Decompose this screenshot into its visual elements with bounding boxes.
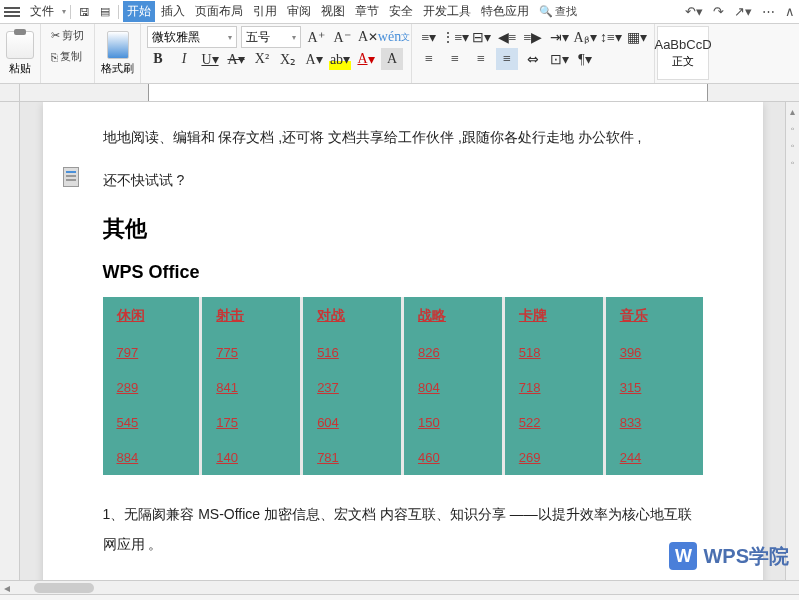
separator [118,5,119,19]
numbering-button[interactable]: ⋮≡▾ [444,26,466,48]
workspace: 地地阅读、编辑和 保存文档 ,还可将 文档共享给工作伙伴 ,跟随你各处行走地 办… [0,102,799,580]
table-row[interactable]: 797775516826518396 [103,335,703,370]
paragraph[interactable]: 还不快试试 ? [103,165,703,196]
more-icon[interactable]: ⋯ [762,4,775,19]
copy-button[interactable]: ⎘ 复制 [47,47,88,66]
tab-insert[interactable]: 插入 [157,1,189,22]
table-header-cell[interactable]: 战略 [402,297,503,335]
tab-page-layout[interactable]: 页面布局 [191,1,247,22]
font-name-select[interactable]: 微软雅黑▾ [147,26,237,48]
redo-icon[interactable]: ↷ [713,4,724,19]
align-justify-button[interactable]: ≡ [496,48,518,70]
table-header-cell[interactable]: 音乐 [604,297,702,335]
para-shading-button[interactable]: ⊡▾ [548,48,570,70]
tab-security[interactable]: 安全 [385,1,417,22]
ribbon: 粘贴 ✂ 剪切 ⎘ 复制 格式刷 微软雅黑▾ 五号▾ A⁺ A⁻ A✕ wén文… [0,24,799,84]
scrollbar-thumb[interactable] [34,583,94,593]
table-header-cell[interactable]: 对战 [302,297,403,335]
paragraph[interactable]: 1、无隔阂兼容 MS-Office 加密信息、宏文档 内容互联、知识分享 ——以… [103,499,703,561]
page-gutter-icon[interactable] [63,167,79,187]
file-dropdown-arrow[interactable]: ▾ [62,7,66,16]
heading-2[interactable]: WPS Office [103,262,703,283]
separator [70,5,71,19]
quick-print-icon[interactable]: ▤ [96,3,114,20]
align-left-button[interactable]: ≡ [418,48,440,70]
tab-start[interactable]: 开始 [123,1,155,22]
menubar-right: ↶▾ ↷ ↗▾ ⋯ ∧ [685,4,795,19]
increase-font-icon[interactable]: A⁺ [305,26,327,48]
underline-button[interactable]: U▾ [199,48,221,70]
tab-chapter[interactable]: 章节 [351,1,383,22]
clipboard-group: ✂ 剪切 ⎘ 复制 [41,24,95,83]
share-icon[interactable]: ↗▾ [734,4,752,19]
table-header-cell[interactable]: 卡牌 [503,297,604,335]
table-header-cell[interactable]: 休闲 [103,297,201,335]
horizontal-ruler[interactable] [0,84,799,102]
tab-view[interactable]: 视图 [317,1,349,22]
distributed-button[interactable]: ⇔ [522,48,544,70]
font-size-select[interactable]: 五号▾ [241,26,301,48]
line-spacing-button[interactable]: ↕≡▾ [600,26,622,48]
menu-file[interactable]: 文件 [26,1,58,22]
data-table[interactable]: 休闲 射击 对战 战略 卡牌 音乐 797775516826518396 289… [103,297,703,475]
format-painter-label: 格式刷 [101,61,134,76]
text-direction-button[interactable]: Aᵦ▾ [574,26,596,48]
subscript-button[interactable]: X₂ [277,48,299,70]
cut-button[interactable]: ✂ 剪切 [47,26,88,45]
cut-label: 剪切 [62,28,84,43]
clear-format-icon[interactable]: A✕ [357,26,379,48]
phonetic-guide-icon[interactable]: wén文 [383,26,405,48]
multilevel-button[interactable]: ⊟▾ [470,26,492,48]
borders-button[interactable]: ▦▾ [626,26,648,48]
paste-button[interactable]: 粘贴 [0,24,41,83]
rail-tool-icon[interactable]: ◦ [791,157,795,168]
superscript-button[interactable]: X² [251,48,273,70]
strikethrough-button[interactable]: A▾ [225,48,247,70]
italic-button[interactable]: I [173,48,195,70]
style-normal[interactable]: AaBbCcD 正文 [657,26,709,80]
tab-special[interactable]: 特色应用 [477,1,533,22]
tab-settings-button[interactable]: ⇥▾ [548,26,570,48]
align-center-button[interactable]: ≡ [444,48,466,70]
collapse-ribbon-icon[interactable]: ∧ [785,4,795,19]
rail-tool-icon[interactable]: ◦ [791,123,795,134]
page: 地地阅读、编辑和 保存文档 ,还可将 文档共享给工作伙伴 ,跟随你各处行走地 办… [43,102,763,580]
document-area[interactable]: 地地阅读、编辑和 保存文档 ,还可将 文档共享给工作伙伴 ,跟随你各处行走地 办… [20,102,785,580]
bullets-button[interactable]: ≡▾ [418,26,440,48]
table-row[interactable]: 289841237804718315 [103,370,703,405]
table-header-cell[interactable]: 射击 [201,297,302,335]
tab-references[interactable]: 引用 [249,1,281,22]
shading-button[interactable]: A [381,48,403,70]
highlight-button[interactable]: ab▾ [329,48,351,70]
horizontal-scrollbar[interactable]: ◂ [0,580,799,594]
heading-1[interactable]: 其他 [103,214,703,244]
bold-button[interactable]: B [147,48,169,70]
style-preview: AaBbCcD [654,37,711,52]
rail-tool-icon[interactable]: ◦ [791,140,795,151]
tab-devtools[interactable]: 开发工具 [419,1,475,22]
text-effects-button[interactable]: A▾ [303,48,325,70]
decrease-font-icon[interactable]: A⁻ [331,26,353,48]
format-painter-button[interactable]: 格式刷 [95,24,141,83]
paste-icon [6,31,34,59]
increase-indent-button[interactable]: ≡▶ [522,26,544,48]
font-color-button[interactable]: A▾ [355,48,377,70]
align-right-button[interactable]: ≡ [470,48,492,70]
tab-review[interactable]: 审阅 [283,1,315,22]
search-button[interactable]: 🔍 查找 [535,2,581,21]
copy-label: 复制 [60,49,82,64]
save-icon[interactable]: 🖫 [75,4,94,20]
vertical-ruler[interactable] [0,102,20,580]
hamburger-icon[interactable] [4,5,20,19]
table-header-row[interactable]: 休闲 射击 对战 战略 卡牌 音乐 [103,297,703,335]
rail-up-icon[interactable]: ▴ [790,106,795,117]
style-label: 正文 [672,54,694,69]
decrease-indent-button[interactable]: ◀≡ [496,26,518,48]
right-rail: ▴ ◦ ◦ ◦ [785,102,799,580]
table-row[interactable]: 545175604150522833 [103,405,703,440]
undo-icon[interactable]: ↶▾ [685,4,703,19]
show-marks-button[interactable]: ¶▾ [574,48,596,70]
paragraph[interactable]: 地地阅读、编辑和 保存文档 ,还可将 文档共享给工作伙伴 ,跟随你各处行走地 办… [103,122,703,153]
search-label: 查找 [555,4,577,19]
table-row[interactable]: 884140781460269244 [103,440,703,475]
